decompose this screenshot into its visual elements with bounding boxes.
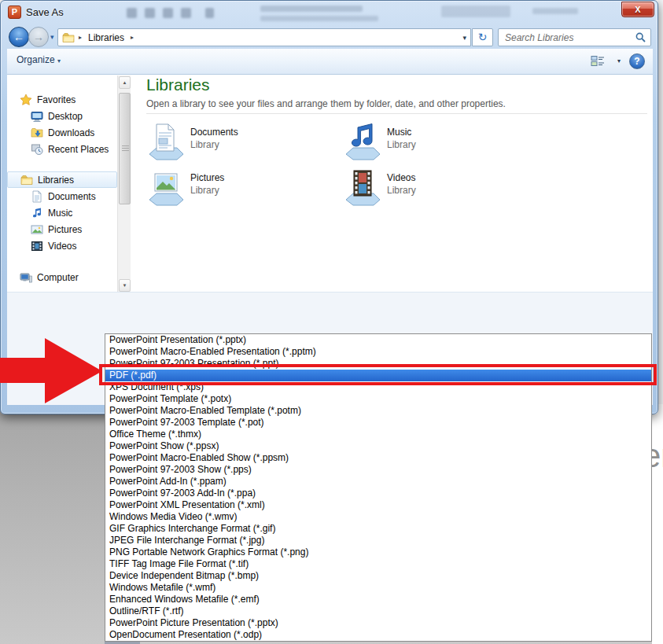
sidebar-item-label: Desktop bbox=[48, 111, 83, 122]
breadcrumb-libraries[interactable]: Libraries bbox=[88, 32, 124, 43]
sidebar-section-label: Computer bbox=[37, 272, 79, 283]
computer-icon bbox=[20, 271, 32, 284]
glass-blur-deco bbox=[532, 8, 578, 14]
navigation-pane: FavoritesDesktopDownloadsRecent PlacesLi… bbox=[7, 75, 117, 293]
dropdown-option-powerpoint-97-2003-add-in-ppa-[interactable]: PowerPoint 97-2003 Add-In (*.ppa) bbox=[105, 488, 651, 499]
library-tile-videos[interactable]: VideosLibrary bbox=[337, 164, 533, 209]
glass-blur-deco bbox=[260, 16, 378, 21]
library-tile-name: Music bbox=[387, 127, 411, 138]
scroll-up-button[interactable]: ▲ bbox=[119, 76, 131, 89]
sidebar-item-label: Pictures bbox=[48, 224, 82, 235]
sidebar-item-videos[interactable]: Videos bbox=[7, 237, 117, 254]
dropdown-option-powerpoint-97-2003-presentation-ppt-[interactable]: PowerPoint 97-2003 Presentation (*.ppt) bbox=[105, 358, 651, 370]
refresh-button[interactable]: ↻ bbox=[472, 28, 493, 46]
dropdown-option-powerpoint-97-2003-template-pot-[interactable]: PowerPoint 97-2003 Template (*.pot) bbox=[105, 417, 651, 429]
library-tile-type: Library bbox=[387, 185, 416, 196]
dropdown-option-powerpoint-picture-presentation-pptx-[interactable]: PowerPoint Picture Presentation (*.pptx) bbox=[105, 617, 651, 629]
dropdown-option-powerpoint-presentation-pptx-[interactable]: PowerPoint Presentation (*.pptx) bbox=[105, 334, 651, 346]
dropdown-option-xps-document-xps-[interactable]: XPS Document (*.xps) bbox=[105, 381, 651, 393]
search-input[interactable] bbox=[503, 30, 629, 45]
dropdown-option-powerpoint-add-in-ppam-[interactable]: PowerPoint Add-In (*.ppam) bbox=[105, 476, 651, 488]
address-dropdown-icon[interactable]: ▾ bbox=[462, 34, 466, 42]
dropdown-option-opendocument-presentation-odp-[interactable]: OpenDocument Presentation (*.odp) bbox=[105, 629, 651, 641]
favorites-star-icon bbox=[20, 94, 32, 106]
scrollbar-thumb[interactable] bbox=[119, 93, 131, 204]
library-grid: DocumentsLibraryMusicLibraryPicturesLibr… bbox=[140, 118, 533, 209]
sidebar-section-label: Favorites bbox=[37, 94, 76, 105]
dropdown-option-powerpoint-template-potx-[interactable]: PowerPoint Template (*.potx) bbox=[105, 393, 651, 405]
library-tile-name: Documents bbox=[190, 127, 238, 138]
breadcrumb-arrow-icon: ▸ bbox=[131, 34, 134, 41]
dropdown-option-powerpoint-macro-enabled-template-potm-[interactable]: PowerPoint Macro-Enabled Template (*.pot… bbox=[105, 405, 651, 417]
dropdown-option-device-independent-bitmap-bmp-[interactable]: Device Independent Bitmap (*.bmp) bbox=[105, 570, 651, 582]
glass-blur-deco bbox=[260, 6, 363, 12]
background-slide-sliver: er bbox=[652, 404, 663, 644]
save-as-type-dropdown-list: PowerPoint Presentation (*.pptx)PowerPoi… bbox=[105, 333, 652, 642]
page-subtitle: Open a library to see your files and arr… bbox=[146, 98, 506, 109]
window-title: Save As bbox=[26, 6, 64, 18]
library-tile-type: Library bbox=[190, 139, 219, 150]
sidebar-item-music[interactable]: Music bbox=[7, 204, 117, 221]
dropdown-option-office-theme-thmx-[interactable]: Office Theme (*.thmx) bbox=[105, 429, 651, 440]
glass-blur-deco bbox=[163, 8, 173, 18]
library-tile-music[interactable]: MusicLibrary bbox=[337, 118, 533, 164]
glass-blur-deco bbox=[205, 8, 214, 18]
scroll-down-button[interactable]: ▼ bbox=[119, 279, 131, 292]
dropdown-option-pdf-pdf-[interactable]: PDF (*.pdf) bbox=[105, 370, 651, 381]
sidebar-section-favorites[interactable]: Favorites bbox=[7, 91, 117, 108]
documents-icon bbox=[31, 190, 43, 203]
dropdown-option-windows-metafile-wmf-[interactable]: Windows Metafile (*.wmf) bbox=[105, 582, 651, 594]
dropdown-option-jpeg-file-interchange-format-jpg-[interactable]: JPEG File Interchange Format (*.jpg) bbox=[105, 535, 651, 546]
address-bar[interactable]: ▸ Libraries ▸ ▾ bbox=[57, 28, 471, 46]
dropdown-option-gif-graphics-interchange-format-gif-[interactable]: GIF Graphics Interchange Format (*.gif) bbox=[105, 523, 651, 535]
sidebar-section-libraries[interactable]: Libraries bbox=[7, 171, 117, 188]
dropdown-option-powerpoint-97-2003-show-pps-[interactable]: PowerPoint 97-2003 Show (*.pps) bbox=[105, 464, 651, 476]
dropdown-option-powerpoint-xml-presentation-xml-[interactable]: PowerPoint XML Presentation (*.xml) bbox=[105, 499, 651, 511]
organize-button[interactable]: Organize ▾ bbox=[17, 54, 61, 65]
dropdown-option-png-portable-network-graphics-format-png-[interactable]: PNG Portable Network Graphics Format (*.… bbox=[105, 546, 651, 558]
glass-blur-deco bbox=[127, 8, 137, 18]
sidebar-item-recent-places[interactable]: Recent Places bbox=[7, 141, 117, 157]
change-view-button[interactable]: ▾ bbox=[591, 54, 622, 69]
sidebar-item-downloads[interactable]: Downloads bbox=[7, 124, 117, 141]
breadcrumb-arrow-icon: ▸ bbox=[79, 34, 82, 41]
library-tile-type: Library bbox=[387, 139, 416, 150]
sidebar-item-label: Music bbox=[48, 208, 72, 219]
sidebar-item-label: Documents bbox=[48, 191, 96, 202]
sidebar-section-label: Libraries bbox=[38, 175, 74, 186]
glass-blur-deco bbox=[441, 6, 510, 17]
location-folder-icon bbox=[62, 31, 75, 44]
dropdown-option-outline-rtf-rtf-[interactable]: Outline/RTF (*.rtf) bbox=[105, 605, 651, 617]
library-tile-pictures[interactable]: PicturesLibrary bbox=[140, 164, 337, 209]
library-tile-documents[interactable]: DocumentsLibrary bbox=[140, 118, 337, 164]
dropdown-option-powerpoint-macro-enabled-presentation-pptm-[interactable]: PowerPoint Macro-Enabled Presentation (*… bbox=[105, 346, 651, 358]
sidebar-scrollbar[interactable]: ▲ ▼ bbox=[117, 75, 131, 293]
dropdown-option-tiff-tag-image-file-format-tif-[interactable]: TIFF Tag Image File Format (*.tif) bbox=[105, 558, 651, 570]
sidebar-item-pictures[interactable]: Pictures bbox=[7, 221, 117, 237]
help-button[interactable]: ? bbox=[629, 53, 645, 69]
library-tile-name: Pictures bbox=[190, 172, 224, 183]
dropdown-option-powerpoint-show-ppsx-[interactable]: PowerPoint Show (*.ppsx) bbox=[105, 440, 651, 452]
sidebar-section-computer[interactable]: Computer bbox=[7, 269, 117, 285]
title-bar[interactable]: P Save As X bbox=[1, 1, 657, 24]
sidebar-item-label: Recent Places bbox=[48, 144, 109, 155]
dropdown-option-enhanced-windows-metafile-emf-[interactable]: Enhanced Windows Metafile (*.emf) bbox=[105, 594, 651, 605]
dropdown-option-powerpoint-macro-enabled-show-ppsm-[interactable]: PowerPoint Macro-Enabled Show (*.ppsm) bbox=[105, 452, 651, 464]
back-button[interactable]: ← bbox=[9, 27, 29, 47]
sidebar-item-documents[interactable]: Documents bbox=[7, 188, 117, 204]
sidebar-item-desktop[interactable]: Desktop bbox=[7, 108, 117, 124]
dropdown-option-windows-media-video-wmv-[interactable]: Windows Media Video (*.wmv) bbox=[105, 511, 651, 523]
browser-content: FavoritesDesktopDownloadsRecent PlacesLi… bbox=[7, 75, 653, 293]
command-bar: Organize ▾ ▾ ? bbox=[7, 49, 653, 75]
page-title: Libraries bbox=[146, 75, 210, 94]
forward-button[interactable]: → bbox=[28, 27, 49, 47]
library-tile-name: Videos bbox=[387, 172, 415, 183]
search-box[interactable] bbox=[498, 28, 651, 46]
close-button[interactable]: X bbox=[621, 2, 654, 17]
powerpoint-app-icon: P bbox=[8, 6, 21, 19]
library-tile-type: Library bbox=[190, 185, 219, 196]
nav-history-chevron-icon[interactable]: ▾ bbox=[50, 33, 54, 41]
search-icon bbox=[635, 32, 646, 42]
downloads-icon bbox=[31, 127, 43, 139]
music-icon bbox=[31, 207, 43, 219]
